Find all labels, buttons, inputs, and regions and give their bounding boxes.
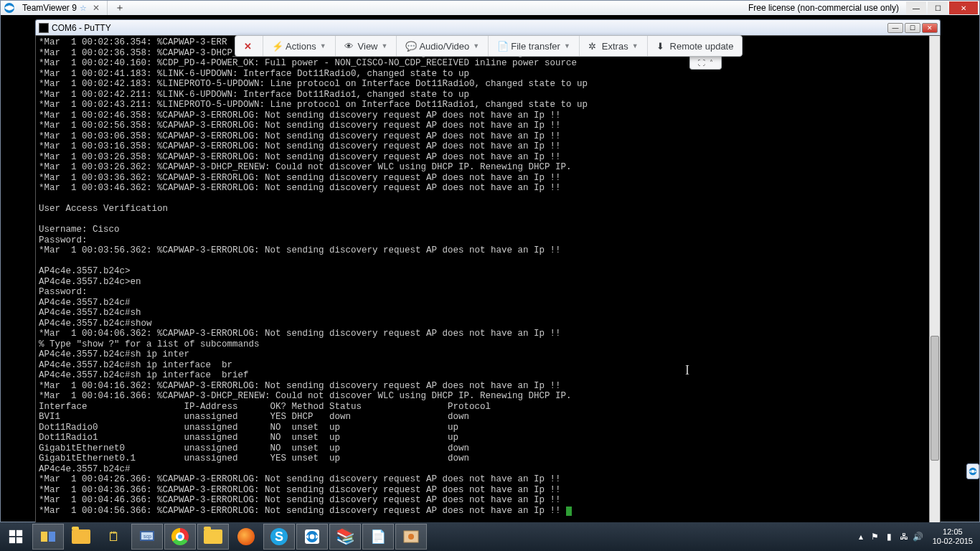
maximize-button[interactable]: ☐	[928, 1, 948, 14]
svg-rect-13	[49, 532, 55, 542]
chevron-up-icon[interactable]: ˄	[710, 59, 713, 67]
putty-minimize-button[interactable]: —	[887, 23, 903, 33]
svg-rect-10	[9, 537, 15, 543]
new-tab-button[interactable]: ＋	[108, 1, 132, 14]
taskbar-item-outlook[interactable]	[65, 524, 97, 550]
chevron-down-icon: ▼	[632, 42, 639, 50]
teamviewer-session-tab[interactable]: TeamViewer 9 ☆ ✕	[18, 1, 108, 15]
svg-rect-9	[17, 530, 22, 536]
putty-icon	[39, 23, 49, 33]
close-button[interactable]: ✕	[949, 1, 978, 14]
license-text: Free license (non-commercial use only)	[748, 3, 899, 13]
toolbar-actions[interactable]: ⚡ Actions ▼	[263, 36, 336, 56]
terminal-output: *Mar 1 00:02:36.354: %CAPWAP-3-ERR *Mar …	[36, 36, 940, 517]
tray-network-icon[interactable]: 🖧	[897, 532, 911, 542]
taskbar-item-putty[interactable]: scp	[131, 524, 163, 550]
tray-volume-icon[interactable]: 🔊	[911, 532, 925, 542]
toolbar-collapse-handle[interactable]: ⛶ ˄	[689, 57, 722, 70]
teamviewer-quickconnect-widget[interactable]	[966, 463, 979, 479]
windows-taskbar: 🗒 scp S 📚 📄 ▴ ⚑ ▮ 🖧 🔊 12:05 10-02-2015	[0, 522, 980, 551]
taskbar-item-snipping[interactable]	[395, 524, 427, 550]
tray-date: 10-02-2015	[933, 537, 973, 546]
putty-terminal[interactable]: *Mar 1 00:02:36.354: %CAPWAP-3-ERR *Mar …	[35, 35, 941, 536]
taskbar-item-notes[interactable]: 🗒	[98, 524, 130, 550]
tray-time: 12:05	[933, 527, 973, 537]
tray-battery-icon[interactable]: ▮	[882, 532, 897, 542]
teamviewer-toolbar: ✕ ⚡ Actions ▼ 👁 View ▼ 💬 Audio/Video ▼ 📄…	[235, 35, 743, 57]
toolbar-remote-update[interactable]: ⬇ Remote update	[648, 36, 743, 56]
taskbar-item-skype[interactable]: S	[263, 524, 295, 550]
star-icon[interactable]: ☆	[80, 4, 87, 13]
taskbar-item-teamviewer[interactable]	[296, 524, 328, 550]
eye-icon: 👁	[344, 41, 354, 51]
putty-scrollbar[interactable]	[929, 36, 940, 535]
putty-close-button[interactable]: ✕	[922, 23, 938, 33]
file-icon: 📄	[497, 41, 507, 51]
tray-flag-icon[interactable]: ⚑	[868, 532, 882, 542]
putty-maximize-button[interactable]: ☐	[905, 23, 920, 33]
chevron-down-icon: ▼	[382, 42, 388, 50]
taskbar-items: 🗒 scp S 📚 📄	[32, 522, 428, 551]
taskbar-item-notepad[interactable]: 📄	[362, 524, 394, 550]
lightning-icon: ⚡	[272, 41, 282, 51]
close-icon: ✕	[244, 41, 254, 51]
toolbar-file-transfer[interactable]: 📄 File transfer ▼	[489, 36, 580, 56]
tray-clock[interactable]: 12:05 10-02-2015	[925, 527, 980, 546]
toolbar-extras[interactable]: ✲ Extras ▼	[580, 36, 648, 56]
toolbar-view[interactable]: 👁 View ▼	[336, 36, 397, 56]
svg-point-19	[310, 534, 315, 540]
putty-titlebar[interactable]: COM6 - PuTTY — ☐ ✕	[35, 19, 941, 35]
teamviewer-titlebar[interactable]: TeamViewer 9 ☆ ✕ ＋ Free license (non-com…	[1, 1, 979, 15]
svg-rect-8	[9, 530, 15, 536]
svg-point-23	[408, 534, 414, 540]
chevron-down-icon: ▼	[564, 42, 570, 50]
taskbar-item-explorer[interactable]	[197, 524, 229, 550]
toolbar-audio-video[interactable]: 💬 Audio/Video ▼	[397, 36, 489, 56]
start-button[interactable]	[0, 522, 32, 551]
svg-rect-11	[17, 537, 22, 543]
gear-icon: ✲	[588, 41, 598, 51]
chevron-down-icon: ▼	[473, 42, 479, 50]
putty-window: COM6 - PuTTY — ☐ ✕ *Mar 1 00:02:36.354: …	[35, 19, 941, 536]
chevron-down-icon: ▼	[320, 42, 326, 50]
taskbar-item-chrome[interactable]	[164, 524, 196, 550]
taskbar-item-winscp[interactable]	[32, 524, 64, 550]
system-tray: ▴ ⚑ ▮ 🖧 🔊 12:05 10-02-2015	[854, 522, 980, 551]
taskbar-item-winrar[interactable]: 📚	[329, 524, 361, 550]
svg-text:scp: scp	[143, 534, 151, 540]
terminal-cursor	[566, 507, 572, 516]
remote-desktop-viewport[interactable]: COM6 - PuTTY — ☐ ✕ *Mar 1 00:02:36.354: …	[1, 15, 979, 522]
fullscreen-icon[interactable]: ⛶	[698, 59, 705, 67]
tray-show-hidden-icon[interactable]: ▴	[854, 532, 868, 542]
scrollbar-thumb[interactable]	[930, 336, 939, 461]
teamviewer-icon	[4, 2, 15, 14]
svg-point-5	[971, 470, 975, 474]
tab-title: TeamViewer 9	[22, 3, 77, 13]
toolbar-close-session[interactable]: ✕	[235, 36, 263, 56]
svg-rect-12	[41, 532, 47, 542]
chat-icon: 💬	[405, 41, 415, 51]
putty-title: COM6 - PuTTY	[52, 23, 111, 33]
close-tab-icon[interactable]: ✕	[90, 3, 103, 13]
minimize-button[interactable]: —	[906, 1, 926, 14]
taskbar-item-firefox[interactable]	[230, 524, 262, 550]
teamviewer-window: TeamViewer 9 ☆ ✕ ＋ Free license (non-com…	[0, 0, 980, 522]
svg-point-1	[7, 6, 12, 11]
download-icon: ⬇	[656, 41, 666, 51]
